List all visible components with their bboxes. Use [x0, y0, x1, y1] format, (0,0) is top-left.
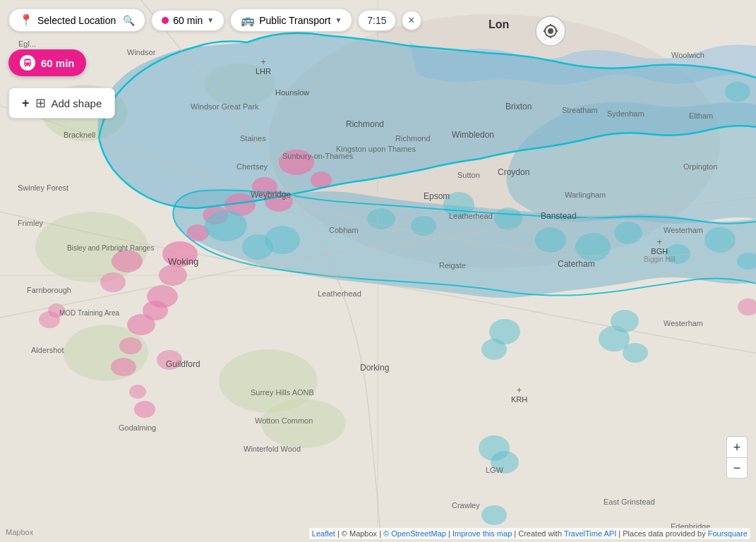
zoom-in-button[interactable]: + [726, 436, 748, 457]
airport-lhr: + LHR [256, 56, 271, 76]
svg-text:Winterfold Wood: Winterfold Wood [244, 445, 301, 453]
plus-icon: + [22, 96, 30, 111]
chevron-down-icon: ▼ [207, 16, 214, 24]
svg-point-33 [411, 216, 436, 236]
mapbox-logo: Mapbox [6, 528, 33, 536]
svg-text:Surrey Hills AONB: Surrey Hills AONB [251, 388, 314, 397]
svg-text:Westerham: Westerham [664, 319, 703, 327]
svg-text:Aldershot: Aldershot [31, 346, 64, 354]
svg-text:Crawley: Crawley [452, 501, 480, 510]
svg-point-32 [367, 208, 395, 229]
location-pill[interactable]: 📍 Selected Location 🔍 [8, 8, 145, 32]
map-pin [535, 16, 566, 47]
svg-point-36 [535, 227, 566, 253]
svg-text:Wimbledon: Wimbledon [452, 130, 494, 140]
svg-text:Weybridge: Weybridge [251, 190, 291, 200]
top-bar: 📍 Selected Location 🔍 60 min ▼ 🚌 Public … [8, 8, 421, 32]
svg-point-19 [127, 314, 155, 335]
add-shape-button[interactable]: + ⊞ Add shape [8, 88, 115, 119]
close-button[interactable]: × [402, 11, 421, 30]
svg-text:Swinley Forest: Swinley Forest [18, 183, 68, 192]
svg-point-23 [129, 385, 146, 399]
svg-text:Wotton Common: Wotton Common [255, 416, 313, 425]
time-dot [162, 17, 169, 24]
search-icon: 🔍 [123, 15, 135, 26]
transport-pill[interactable]: 🚌 Public Transport ▼ [230, 8, 352, 32]
svg-point-31 [265, 226, 300, 254]
svg-text:Richmond: Richmond [395, 134, 431, 143]
svg-text:Windsor: Windsor [127, 48, 156, 56]
svg-text:Windsor Great Park: Windsor Great Park [191, 102, 259, 111]
map-container: Lon Windsor Egl... Bracknell Frimley Far… [0, 0, 756, 542]
bus-chip-icon [20, 55, 35, 71]
time-value: 7:15 [367, 15, 386, 26]
svg-text:Caterham: Caterham [558, 259, 595, 269]
time-badge: 7:15 [358, 10, 395, 31]
svg-text:Frimley: Frimley [18, 219, 44, 227]
zoom-controls: + − [726, 436, 748, 478]
time-chip: 60 min [8, 49, 86, 76]
time-pill[interactable]: 60 min ▼ [151, 10, 224, 31]
svg-text:Croydon: Croydon [498, 167, 529, 177]
svg-point-20 [119, 337, 142, 354]
svg-text:Leatherhead: Leatherhead [318, 289, 361, 298]
svg-text:Reigate: Reigate [439, 261, 466, 270]
map-background: Lon Windsor Egl... Bracknell Frimley Far… [0, 0, 756, 542]
close-icon: × [408, 14, 414, 27]
svg-text:Bracknell: Bracknell [64, 131, 95, 139]
svg-text:Brixton: Brixton [505, 102, 532, 112]
svg-point-35 [494, 207, 522, 230]
location-icon: 📍 [19, 13, 33, 27]
svg-text:Streatham: Streatham [562, 106, 598, 114]
traveltime-link[interactable]: TravelTime API [564, 529, 616, 538]
svg-point-29 [205, 210, 247, 241]
svg-text:Woking: Woking [168, 256, 198, 267]
svg-text:Banstead: Banstead [541, 211, 577, 221]
svg-point-38 [614, 222, 642, 244]
svg-point-51 [725, 82, 750, 102]
svg-text:Richmond: Richmond [346, 119, 384, 129]
time-label: 60 min [173, 15, 203, 26]
svg-text:Godalming: Godalming [119, 423, 156, 432]
svg-text:Staines: Staines [240, 134, 266, 143]
airport-bgh: + BGH Biggin Hill [644, 236, 675, 263]
osm-link[interactable]: © OpenStreetMap [383, 529, 446, 538]
svg-text:Sydenham: Sydenham [607, 109, 644, 118]
svg-text:LGW: LGW [486, 466, 504, 474]
attribution: Leaflet | © Mapbox | © OpenStreetMap | I… [309, 528, 750, 539]
zoom-out-button[interactable]: − [726, 457, 748, 478]
svg-text:Farnborough: Farnborough [27, 286, 71, 294]
svg-point-37 [575, 233, 611, 261]
add-shape-label: Add shape [52, 97, 102, 109]
svg-text:Hounslow: Hounslow [275, 88, 309, 97]
location-label: Selected Location [37, 15, 116, 26]
svg-text:Dorking: Dorking [360, 363, 389, 373]
svg-text:Leatherhead: Leatherhead [449, 212, 493, 220]
svg-text:Guildford: Guildford [166, 359, 200, 369]
svg-text:Bisley and Pirbright Ranges: Bisley and Pirbright Ranges [67, 244, 154, 252]
svg-point-21 [111, 358, 136, 376]
svg-point-104 [548, 29, 553, 33]
airport-krh: + KRH [511, 385, 527, 404]
svg-point-49 [481, 505, 507, 525]
svg-text:Egl...: Egl... [18, 40, 36, 48]
svg-text:East Grinstead: East Grinstead [604, 498, 655, 506]
svg-point-22 [134, 401, 155, 418]
foursquare-link[interactable]: Foursquare [708, 529, 748, 538]
svg-text:Eltham: Eltham [689, 112, 713, 120]
svg-text:Kingston upon Thames: Kingston upon Thames [336, 145, 416, 153]
improve-link[interactable]: Improve this map [452, 529, 512, 538]
svg-text:Woolwich: Woolwich [671, 51, 704, 59]
transport-label: Public Transport [259, 15, 330, 26]
time-chip-label: 60 min [41, 57, 75, 69]
svg-text:Chertsey: Chertsey [236, 162, 268, 171]
svg-text:MOD Training Area: MOD Training Area [59, 309, 119, 317]
svg-text:Warlingham: Warlingham [565, 191, 606, 199]
svg-text:Epsom: Epsom [424, 191, 450, 201]
svg-text:Westerham: Westerham [664, 226, 703, 234]
bus-icon: 🚌 [241, 13, 255, 27]
svg-text:Sutton: Sutton [457, 171, 480, 179]
svg-point-43 [623, 343, 648, 363]
svg-text:Lon: Lon [488, 18, 509, 30]
leaflet-link[interactable]: Leaflet [312, 529, 335, 538]
